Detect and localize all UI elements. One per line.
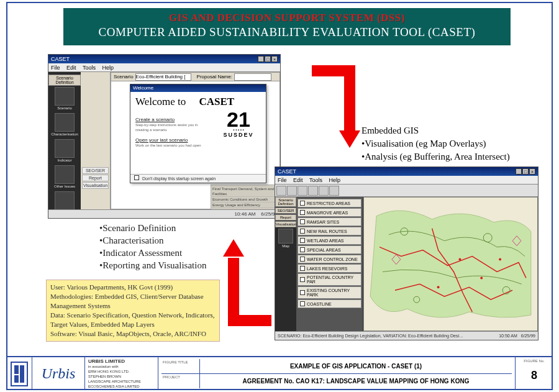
assoc-label: in association with <box>88 364 155 369</box>
layer-checkbox[interactable] <box>300 201 305 206</box>
scenario-input[interactable] <box>135 73 191 81</box>
assoc-line: LANDSCAPE ARCHITECTURE <box>88 379 155 384</box>
sidebar-tab[interactable]: Scenario Definition <box>48 75 81 86</box>
characterisation-icon[interactable] <box>55 113 75 132</box>
sidebar-item-characterisation: Characterisation <box>48 132 81 137</box>
tool-icon[interactable] <box>276 186 286 196</box>
caset-main: SEO/SER Report Visualisation Scenario Pr… <box>81 72 280 209</box>
nav-report[interactable]: Report <box>82 175 109 181</box>
layer-label: POTENTIAL COUNTRY PAR <box>307 275 360 284</box>
gis-bullet: •Visualisation (eg Map Overlays) <box>361 137 510 150</box>
tool-icon[interactable] <box>319 186 329 196</box>
assoc-line: ERM HONG KONG LTD. <box>88 369 155 374</box>
layer-label: MANGROVE AREAS <box>307 211 348 215</box>
layer-item[interactable]: LAKES RESEVOIRS <box>298 264 361 273</box>
layer-item[interactable]: WETLAND AREAS <box>298 236 361 245</box>
gis-title-text: CASET <box>278 167 296 176</box>
gis-title: Embedded GIS <box>361 124 510 137</box>
dont-show-checkbox[interactable] <box>134 175 139 180</box>
proposal-input[interactable] <box>234 73 271 81</box>
sidebar-item-indicator: Indicator <box>48 158 81 163</box>
layer-checkbox[interactable] <box>300 266 305 271</box>
layer-checkbox[interactable] <box>300 277 305 282</box>
layer-item[interactable]: MANGROVE AREAS <box>298 208 361 217</box>
layer-label: SPECIAL AREAS <box>307 248 341 252</box>
side-tab[interactable]: SEO/SER <box>275 207 296 214</box>
info-box: User: Various Departments, HK Govt (1999… <box>46 280 220 342</box>
association-cell: URBIS LIMITED in association with ERM HO… <box>85 357 158 390</box>
side-tab[interactable]: Report <box>275 214 296 221</box>
map-icon[interactable] <box>278 229 293 244</box>
side-tab[interactable]: Scenario Definition <box>275 197 296 207</box>
window-buttons[interactable]: _□× <box>257 55 278 63</box>
layer-checkbox[interactable] <box>300 210 305 215</box>
create-scenario-option[interactable]: Create a scenario Step-by-step instructi… <box>135 117 210 132</box>
layer-checkbox[interactable] <box>300 290 305 295</box>
menu-help[interactable]: Help <box>102 65 114 71</box>
layer-checkbox[interactable] <box>300 238 305 243</box>
tool-icon[interactable] <box>329 186 339 196</box>
gis-status-scenario: SCENARIO: Eco-Efficient Building Design … <box>278 332 464 340</box>
menu-edit[interactable]: Edit <box>293 177 303 183</box>
dont-show-label: Don't display this startup screen again <box>142 176 216 181</box>
other-issues-icon[interactable] <box>55 165 75 184</box>
map-svg <box>364 198 537 330</box>
caset-app-window: CASET _□× File Edit Tools Help Scenario … <box>48 54 281 219</box>
nav-visualisation[interactable]: Visualisation <box>82 182 109 189</box>
layer-item[interactable]: POTENTIAL COUNTRY PAR <box>298 273 361 286</box>
scenario-icon[interactable] <box>55 87 75 106</box>
opt1-desc: Step-by-step instructions assist you in … <box>135 122 210 132</box>
gis-menubar[interactable]: File Edit Tools Help <box>275 176 538 185</box>
tool-icon[interactable] <box>308 186 318 196</box>
lock-variation-icon[interactable] <box>55 191 75 210</box>
project-name: AGREEMENT No. CAO K17: LANDSCAPE VALUE M… <box>200 374 512 388</box>
menu-help[interactable]: Help <box>329 177 340 183</box>
layer-checkbox[interactable] <box>300 257 305 262</box>
svg-rect-11 <box>20 365 24 383</box>
layer-item[interactable]: RESTRICTED AREAS <box>298 199 361 207</box>
layer-item[interactable]: EXISTING COUNTRY PARK <box>298 286 361 299</box>
assoc-line: ECOSCHEMES ASIA LIMITED <box>88 384 155 389</box>
urbis-logo: Urbis <box>32 357 85 390</box>
caset-sidebar: Scenario Definition Scenario Characteris… <box>48 72 81 209</box>
menu-file[interactable]: File <box>278 177 287 183</box>
layer-item[interactable]: SPECIAL AREAS <box>298 245 361 254</box>
map-canvas[interactable] <box>363 197 538 331</box>
caset-nav-panel: SEO/SER Report Visualisation <box>81 72 111 209</box>
opt2-title: Open your last scenario <box>135 137 210 143</box>
gis-titlebar: CASET _□× <box>275 167 538 176</box>
layer-label: WETLAND AREAS <box>307 239 344 243</box>
tool-icon[interactable] <box>298 186 307 196</box>
layer-checkbox[interactable] <box>300 219 305 224</box>
layer-item[interactable]: WATER CONTROL ZONE <box>298 255 361 263</box>
caset-menubar[interactable]: File Edit Tools Help <box>48 63 280 72</box>
menu-tools[interactable]: Tools <box>83 65 96 71</box>
bullet: •Indicator Assessment <box>99 247 206 259</box>
scenario-label: Scenario <box>114 74 134 80</box>
layer-item[interactable]: COASTLINE <box>298 299 361 308</box>
menu-edit[interactable]: Edit <box>66 65 76 71</box>
nav-seo[interactable]: SEO/SER <box>82 167 109 174</box>
header-band: GIS AND DECISION SUPPORT SYSTEM (DSS) CO… <box>63 8 511 45</box>
open-last-option[interactable]: Open your last scenario Work on the last… <box>135 137 210 148</box>
arrow-down-icon <box>312 65 355 152</box>
menu-tools[interactable]: Tools <box>309 177 322 183</box>
layer-checkbox[interactable] <box>300 301 305 306</box>
layer-checkbox[interactable] <box>300 229 305 234</box>
svg-point-8 <box>499 258 501 261</box>
tool-icon[interactable] <box>287 186 297 196</box>
layer-item[interactable]: RAMSAR SITES <box>298 217 361 226</box>
company-logo-icon <box>6 357 32 390</box>
menu-file[interactable]: File <box>51 65 60 71</box>
layer-item[interactable]: NEW RAIL ROUTES <box>298 227 361 235</box>
caset-body: Scenario Proposal Name: Final Transport … <box>111 72 280 209</box>
logo-21: 21 <box>216 111 261 128</box>
side-tab[interactable]: Visualisation <box>275 221 296 227</box>
gis-toolbar[interactable] <box>275 185 538 197</box>
gis-bullet: •Analysis (eg Buffering, Area Intersect) <box>361 150 510 163</box>
layer-label: RESTRICTED AREAS <box>307 201 350 206</box>
indicator-icon[interactable] <box>55 139 75 158</box>
window-buttons[interactable]: _□× <box>515 167 535 176</box>
layer-checkbox[interactable] <box>300 247 305 252</box>
logo-susdev: SUSDEV <box>216 132 261 138</box>
